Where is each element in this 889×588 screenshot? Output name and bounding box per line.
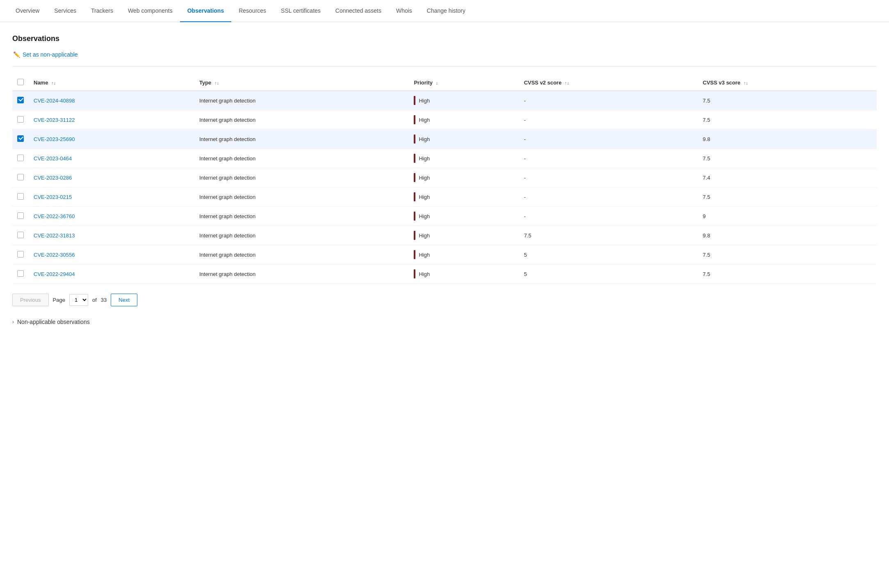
pagination: Previous Page 1 of 33 Next xyxy=(12,294,877,306)
tab-change-history[interactable]: Change history xyxy=(419,0,473,22)
non-applicable-section[interactable]: › Non-applicable observations xyxy=(12,319,877,325)
cvss-v2-value: - xyxy=(519,187,698,207)
cve-link[interactable]: CVE-2022-30556 xyxy=(34,252,75,258)
header-checkbox-cell xyxy=(12,75,29,91)
cvss-v3-value: 7.5 xyxy=(698,245,877,264)
col-cvss-v3: CVSS v3 score ↑↓ xyxy=(698,75,877,91)
cvss-v3-sort-icon[interactable]: ↑↓ xyxy=(743,80,748,85)
cvss-v2-value: - xyxy=(519,207,698,226)
row-checkbox[interactable] xyxy=(17,193,24,200)
row-checkbox[interactable] xyxy=(17,232,24,238)
row-type: Internet graph detection xyxy=(194,245,409,264)
col-cvss-v2: CVSS v2 score ↑↓ xyxy=(519,75,698,91)
navigation-tabs: Overview Services Trackers Web component… xyxy=(0,0,889,22)
row-checkbox[interactable] xyxy=(17,174,24,180)
row-type: Internet graph detection xyxy=(194,91,409,110)
of-label: of xyxy=(92,297,97,303)
col-name: Name ↑↓ xyxy=(29,75,194,91)
tab-web-components[interactable]: Web components xyxy=(121,0,180,22)
page-label: Page xyxy=(53,297,65,303)
page-select[interactable]: 1 xyxy=(69,294,88,306)
non-applicable-label: Non-applicable observations xyxy=(17,319,90,325)
cvss-v2-value: 5 xyxy=(519,245,698,264)
observations-table: Name ↑↓ Type ↑↓ Priority ↓ CVSS v2 score… xyxy=(12,75,877,284)
priority-label: High xyxy=(419,194,430,200)
cvss-v2-value: 5 xyxy=(519,264,698,284)
priority-bar xyxy=(414,115,415,124)
cvss-v2-sort-icon[interactable]: ↑↓ xyxy=(565,80,569,85)
page-title: Observations xyxy=(12,34,877,43)
priority-label: High xyxy=(419,98,430,104)
row-checkbox[interactable] xyxy=(17,155,24,161)
table-row: CVE-2023-0215Internet graph detectionHig… xyxy=(12,187,877,207)
tab-services[interactable]: Services xyxy=(47,0,84,22)
row-checkbox[interactable] xyxy=(17,116,24,123)
tab-resources[interactable]: Resources xyxy=(231,0,274,22)
cvss-v2-value: - xyxy=(519,168,698,187)
priority-bar xyxy=(414,250,415,259)
priority-bar xyxy=(414,134,415,144)
row-type: Internet graph detection xyxy=(194,110,409,130)
priority-sort-icon[interactable]: ↓ xyxy=(436,80,438,85)
row-type: Internet graph detection xyxy=(194,130,409,149)
cvss-v3-value: 7.4 xyxy=(698,168,877,187)
priority-bar xyxy=(414,96,415,105)
col-type: Type ↑↓ xyxy=(194,75,409,91)
cvss-v3-value: 7.5 xyxy=(698,187,877,207)
cvss-v2-value: - xyxy=(519,149,698,168)
row-checkbox[interactable] xyxy=(17,212,24,219)
row-checkbox[interactable] xyxy=(17,135,24,142)
col-priority: Priority ↓ xyxy=(409,75,519,91)
priority-bar xyxy=(414,231,415,240)
cvss-v2-value: 7.5 xyxy=(519,226,698,245)
select-all-checkbox[interactable] xyxy=(17,79,24,85)
tab-trackers[interactable]: Trackers xyxy=(84,0,121,22)
priority-label: High xyxy=(419,232,430,239)
row-type: Internet graph detection xyxy=(194,264,409,284)
row-type: Internet graph detection xyxy=(194,149,409,168)
cve-link[interactable]: CVE-2022-31813 xyxy=(34,232,75,239)
next-button[interactable]: Next xyxy=(111,294,137,306)
name-sort-icon[interactable]: ↑↓ xyxy=(51,80,56,85)
total-pages: 33 xyxy=(101,297,107,303)
row-type: Internet graph detection xyxy=(194,168,409,187)
cvss-v3-value: 7.5 xyxy=(698,149,877,168)
tab-ssl-certificates[interactable]: SSL certificates xyxy=(274,0,328,22)
tab-observations[interactable]: Observations xyxy=(180,0,231,22)
cvss-v2-value: - xyxy=(519,130,698,149)
tab-connected-assets[interactable]: Connected assets xyxy=(328,0,389,22)
tab-whois[interactable]: Whois xyxy=(389,0,419,22)
table-row: CVE-2023-0286Internet graph detectionHig… xyxy=(12,168,877,187)
priority-bar xyxy=(414,173,415,182)
row-checkbox[interactable] xyxy=(17,270,24,277)
main-content: Observations ✏️ Set as non-applicable Na… xyxy=(0,22,889,337)
previous-button[interactable]: Previous xyxy=(12,294,49,306)
priority-label: High xyxy=(419,271,430,277)
cve-link[interactable]: CVE-2022-29404 xyxy=(34,271,75,277)
priority-label: High xyxy=(419,175,430,181)
cve-link[interactable]: CVE-2023-0215 xyxy=(34,194,72,200)
set-non-applicable-label: Set as non-applicable xyxy=(23,51,78,58)
type-sort-icon[interactable]: ↑↓ xyxy=(214,80,219,85)
table-row: CVE-2022-36760Internet graph detectionHi… xyxy=(12,207,877,226)
cve-link[interactable]: CVE-2023-0464 xyxy=(34,155,72,162)
cvss-v3-value: 7.5 xyxy=(698,110,877,130)
cve-link[interactable]: CVE-2024-40898 xyxy=(34,98,75,104)
chevron-right-icon: › xyxy=(12,319,14,325)
cve-link[interactable]: CVE-2023-0286 xyxy=(34,175,72,181)
priority-label: High xyxy=(419,117,430,123)
cve-link[interactable]: CVE-2023-31122 xyxy=(34,117,75,123)
row-type: Internet graph detection xyxy=(194,187,409,207)
cve-link[interactable]: CVE-2022-36760 xyxy=(34,213,75,219)
row-checkbox[interactable] xyxy=(17,97,24,103)
set-non-applicable-button[interactable]: ✏️ Set as non-applicable xyxy=(12,50,79,59)
priority-bar xyxy=(414,212,415,221)
tab-overview[interactable]: Overview xyxy=(8,0,47,22)
row-checkbox[interactable] xyxy=(17,251,24,258)
priority-bar xyxy=(414,192,415,201)
cvss-v3-value: 7.5 xyxy=(698,264,877,284)
priority-label: High xyxy=(419,252,430,258)
cve-link[interactable]: CVE-2023-25690 xyxy=(34,136,75,142)
cvss-v3-value: 9 xyxy=(698,207,877,226)
table-row: CVE-2023-25690Internet graph detectionHi… xyxy=(12,130,877,149)
